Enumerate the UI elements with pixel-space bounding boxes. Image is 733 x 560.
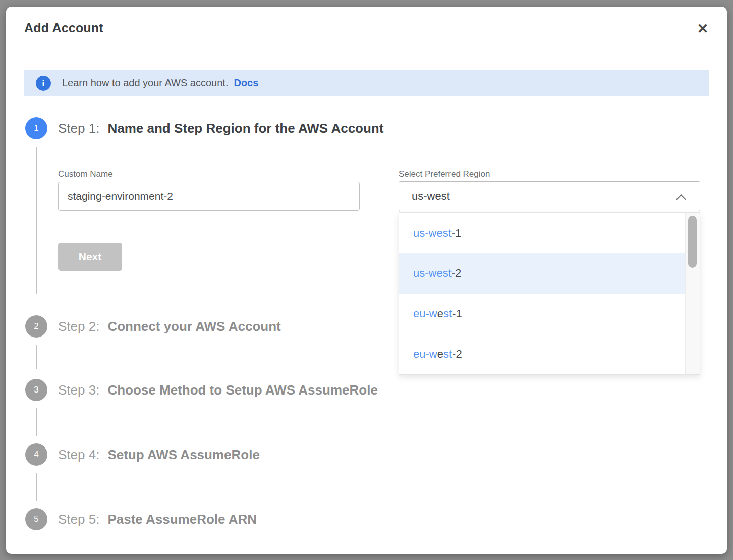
option-match-text: st	[443, 307, 452, 320]
option-plain-text: -2	[452, 267, 462, 280]
step-5-header: Step 5: Paste AssumeRole ARN	[58, 511, 257, 528]
banner-text: Learn how to add your AWS account.	[62, 77, 228, 89]
step-2-prefix: Step 2:	[58, 319, 99, 334]
next-button[interactable]: Next	[58, 243, 122, 271]
option-match-text: eu-w	[413, 307, 437, 320]
step-4-prefix: Step 4:	[58, 447, 99, 463]
dropdown-scrollbar-thumb[interactable]	[688, 216, 697, 268]
region-option-us-west-1[interactable]: us-west-1	[399, 213, 700, 253]
step-3-indicator: 3	[25, 379, 47, 401]
region-option-us-west-2[interactable]: us-west-2	[399, 253, 700, 294]
step-2-number: 2	[34, 321, 38, 331]
step-4-header: Step 4: Setup AWS AssumeRole	[58, 446, 260, 463]
custom-name-input[interactable]	[58, 182, 360, 211]
step-connector	[36, 408, 37, 436]
step-connector	[36, 147, 37, 294]
modal-title: Add Account	[24, 21, 103, 35]
option-plain-text: e	[437, 307, 443, 320]
step-4-indicator: 4	[25, 443, 47, 466]
info-banner: i Learn how to add your AWS account. Doc…	[24, 70, 709, 96]
option-plain-text: -2	[452, 348, 462, 361]
chevron-up-icon	[678, 194, 686, 202]
step-2-title: Connect your AWS Account	[107, 319, 280, 334]
region-select-value: us-west	[412, 190, 450, 203]
step-1-number: 1	[34, 123, 38, 133]
next-button-label: Next	[79, 251, 102, 262]
step-5-number: 5	[34, 514, 38, 524]
step-4-number: 4	[34, 450, 38, 460]
region-label: Select Preferred Region	[399, 169, 490, 179]
info-icon: i	[36, 76, 51, 91]
step-5-prefix: Step 5:	[58, 512, 99, 527]
option-plain-text: e	[437, 348, 443, 361]
close-button[interactable]: ✕	[694, 20, 712, 38]
step-3-header: Step 3: Choose Method to Setup AWS Assum…	[58, 381, 378, 399]
custom-name-label: Custom Name	[58, 169, 113, 179]
option-match-text: eu-w	[413, 348, 437, 361]
step-1-header: Step 1: Name and Step Region for the AWS…	[58, 120, 383, 137]
step-3-prefix: Step 3:	[58, 382, 99, 398]
region-option-eu-west-2[interactable]: eu-west-2	[399, 334, 700, 374]
option-plain-text: -1	[452, 307, 462, 320]
modal-header: Add Account ✕	[6, 7, 727, 50]
step-3-number: 3	[34, 385, 38, 395]
step-1-indicator: 1	[25, 117, 47, 139]
docs-link[interactable]: Docs	[234, 77, 258, 89]
step-1-prefix: Step 1:	[58, 121, 99, 136]
option-match-text: us-west	[413, 227, 452, 240]
region-dropdown: us-west-1 us-west-2 eu-west-1 eu-west-2	[399, 212, 700, 375]
option-match-text: st	[443, 348, 452, 361]
add-account-modal: Add Account ✕ i Learn how to add your AW…	[6, 7, 727, 554]
step-2-header: Step 2: Connect your AWS Account	[58, 318, 281, 335]
step-1-title: Name and Step Region for the AWS Account	[107, 121, 383, 136]
step-3-title: Choose Method to Setup AWS AssumeRole	[107, 382, 377, 398]
step-4-title: Setup AWS AssumeRole	[107, 447, 259, 463]
region-select[interactable]: us-west	[399, 181, 700, 211]
region-option-eu-west-1[interactable]: eu-west-1	[399, 294, 700, 334]
step-connector	[36, 473, 37, 501]
step-connector	[36, 345, 37, 369]
option-match-text: us-west	[413, 267, 452, 280]
option-plain-text: -1	[452, 227, 462, 240]
step-5-title: Paste AssumeRole ARN	[107, 512, 257, 527]
step-2-indicator: 2	[25, 315, 47, 338]
dropdown-scrollbar-track[interactable]	[685, 213, 700, 374]
close-icon: ✕	[697, 21, 709, 36]
step-5-indicator: 5	[25, 508, 47, 530]
